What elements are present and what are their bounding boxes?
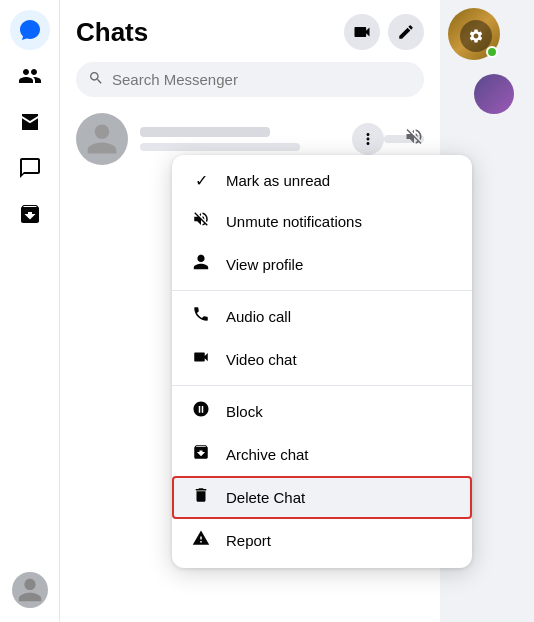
user-avatar[interactable] <box>12 572 48 608</box>
menu-label-mark-unread: Mark as unread <box>226 172 330 189</box>
checkmark-icon: ✓ <box>190 171 212 190</box>
menu-item-audio-call[interactable]: Audio call <box>172 295 472 338</box>
menu-item-video-chat[interactable]: Video chat <box>172 338 472 381</box>
gear-icon <box>460 20 492 52</box>
menu-label-audio-call: Audio call <box>226 308 291 325</box>
menu-item-delete[interactable]: Delete Chat <box>172 476 472 519</box>
person-icon <box>190 253 212 276</box>
sidebar-item-archive[interactable] <box>10 194 50 234</box>
menu-label-video-chat: Video chat <box>226 351 297 368</box>
more-options-button[interactable] <box>352 123 384 155</box>
sidebar <box>0 0 60 622</box>
context-menu: ✓ Mark as unread Unmute notifications Vi… <box>172 155 472 568</box>
warning-icon <box>190 529 212 552</box>
search-input[interactable] <box>112 71 412 88</box>
chat-name <box>140 127 270 137</box>
menu-label-block: Block <box>226 403 263 420</box>
menu-item-archive[interactable]: Archive chat <box>172 433 472 476</box>
menu-item-unmute[interactable]: Unmute notifications <box>172 200 472 243</box>
sidebar-item-messages[interactable] <box>10 148 50 188</box>
unmute-icon <box>190 210 212 233</box>
menu-item-view-profile[interactable]: View profile <box>172 243 472 286</box>
chat-info <box>140 127 372 151</box>
menu-label-unmute: Unmute notifications <box>226 213 362 230</box>
menu-item-report[interactable]: Report <box>172 519 472 562</box>
panel-header: Chats <box>60 0 440 58</box>
video-icon <box>190 348 212 371</box>
menu-label-view-profile: View profile <box>226 256 303 273</box>
menu-divider-2 <box>172 385 472 386</box>
sidebar-item-marketplace[interactable] <box>10 102 50 142</box>
sidebar-item-people[interactable] <box>10 56 50 96</box>
menu-item-block[interactable]: Block <box>172 390 472 433</box>
trash-icon <box>190 486 212 509</box>
archive-icon <box>190 443 212 466</box>
page-title: Chats <box>76 17 148 48</box>
mute-icon <box>404 127 424 152</box>
phone-icon <box>190 305 212 328</box>
online-indicator <box>486 46 498 58</box>
menu-divider-1 <box>172 290 472 291</box>
header-actions <box>344 14 424 50</box>
block-icon <box>190 400 212 423</box>
menu-item-mark-unread[interactable]: ✓ Mark as unread <box>172 161 472 200</box>
second-chat-avatar <box>474 74 514 114</box>
search-bar <box>76 62 424 97</box>
search-icon <box>88 70 104 89</box>
menu-label-delete: Delete Chat <box>226 489 305 506</box>
sidebar-item-chats[interactable] <box>10 10 50 50</box>
video-call-button[interactable] <box>344 14 380 50</box>
menu-label-report: Report <box>226 532 271 549</box>
chat-preview <box>140 143 300 151</box>
menu-label-archive: Archive chat <box>226 446 309 463</box>
compose-button[interactable] <box>388 14 424 50</box>
chat-avatar <box>76 113 128 165</box>
